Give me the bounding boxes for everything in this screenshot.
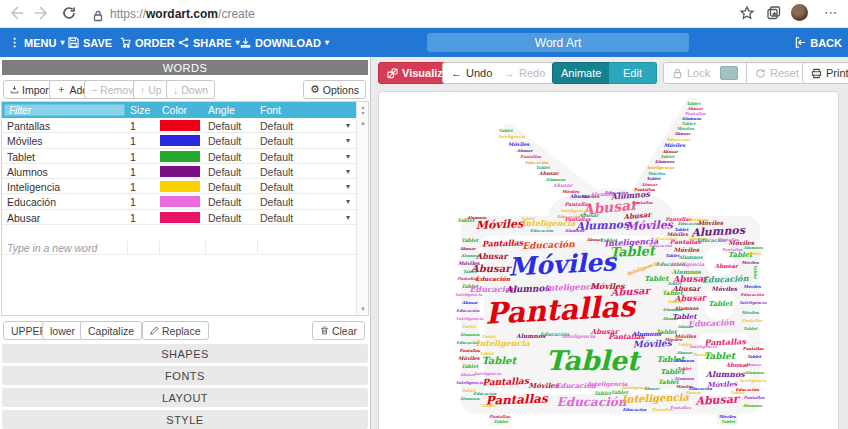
download-button[interactable]: DOWNLOAD▾: [240, 28, 329, 57]
color-swatch[interactable]: [160, 166, 200, 177]
font-dropdown-icon[interactable]: ▾: [346, 167, 350, 176]
redo-button[interactable]: →Redo: [496, 62, 554, 84]
angle-cell[interactable]: Default: [208, 151, 241, 163]
profile-avatar[interactable]: [791, 4, 808, 21]
font-dropdown-icon[interactable]: ▾: [346, 182, 350, 191]
edit-button[interactable]: Edit: [609, 62, 657, 84]
sort-down-icon[interactable]: ▾: [358, 109, 368, 116]
animate-button[interactable]: Animate: [552, 62, 610, 84]
size-cell[interactable]: 1: [130, 135, 136, 147]
font-cell[interactable]: Default: [260, 120, 293, 132]
word-cell[interactable]: Abusar: [7, 212, 40, 224]
size-cell[interactable]: 1: [130, 196, 136, 208]
angle-cell[interactable]: Default: [208, 120, 241, 132]
url-text[interactable]: https://wordart.com/create: [110, 7, 255, 21]
font-dropdown-icon[interactable]: ▾: [346, 152, 350, 161]
font-dropdown-icon[interactable]: ▾: [346, 213, 350, 222]
color-swatch[interactable]: [160, 212, 200, 223]
font-cell[interactable]: Default: [260, 212, 293, 224]
capitalize-button[interactable]: Capitalize: [80, 321, 142, 340]
back-button[interactable]: BACK: [795, 28, 842, 57]
undo-button[interactable]: ←Undo: [442, 62, 501, 84]
font-cell[interactable]: Default: [260, 151, 293, 163]
lock-button[interactable]: Lock: [663, 62, 719, 84]
font-dropdown-icon[interactable]: ▾: [346, 121, 350, 130]
favorite-star-icon[interactable]: [739, 5, 755, 21]
browser-back-icon[interactable]: [8, 5, 24, 21]
cloud-word: Móviles: [508, 247, 619, 282]
print-button[interactable]: Print: [802, 62, 848, 84]
size-cell[interactable]: 1: [130, 181, 136, 193]
options-button[interactable]: ⚙Options: [303, 80, 366, 99]
cloud-word: Inteligencia: [647, 165, 674, 170]
collections-icon[interactable]: [766, 5, 782, 21]
word-cell[interactable]: Educación: [7, 196, 56, 208]
browser-menu-icon[interactable]: ⋯: [824, 5, 840, 21]
color-swatch[interactable]: [160, 120, 200, 131]
angle-cell[interactable]: Default: [208, 135, 241, 147]
lowercase-button[interactable]: lower: [42, 321, 83, 340]
font-cell[interactable]: Default: [260, 135, 293, 147]
move-up-button[interactable]: ↑Up: [133, 80, 169, 99]
plus-icon: ＋: [56, 83, 67, 97]
word-cell[interactable]: Móviles: [7, 135, 43, 147]
word-cell[interactable]: Tablet: [7, 151, 35, 163]
table-row[interactable]: Móviles1DefaultDefault▾: [2, 133, 358, 148]
color-swatch[interactable]: [160, 181, 200, 192]
clear-button[interactable]: Clear: [312, 321, 365, 340]
save-button[interactable]: SAVE: [68, 28, 112, 57]
table-row[interactable]: Alumnos1DefaultDefault▾: [2, 164, 358, 179]
page-title[interactable]: Word Art: [427, 33, 689, 52]
color-preview-swatch: [720, 66, 738, 80]
cloud-word: Tablet: [747, 251, 762, 256]
accordion-layout[interactable]: LAYOUT: [2, 388, 368, 407]
table-row[interactable]: Tablet1DefaultDefault▾: [2, 149, 358, 164]
filter-input[interactable]: [4, 104, 125, 116]
font-dropdown-icon[interactable]: ▾: [346, 197, 350, 206]
new-word-row[interactable]: Type in a new word: [2, 240, 358, 255]
cloud-word: Tablet: [677, 366, 692, 371]
scroll-up-icon[interactable]: ▲: [358, 120, 368, 126]
angle-cell[interactable]: Default: [208, 166, 241, 178]
size-cell[interactable]: 1: [130, 151, 136, 163]
font-cell[interactable]: Default: [260, 181, 293, 193]
font-cell[interactable]: Default: [260, 196, 293, 208]
cloud-word: Pantallas: [744, 395, 765, 400]
angle-cell[interactable]: Default: [208, 181, 241, 193]
menu-button[interactable]: ⋮ MENU▾: [9, 28, 64, 57]
angle-cell[interactable]: Default: [208, 196, 241, 208]
color-swatch[interactable]: [160, 151, 200, 162]
size-cell[interactable]: 1: [130, 120, 136, 132]
chevron-down-icon: ▾: [236, 39, 240, 47]
word-color-button[interactable]: [712, 62, 747, 84]
word-cell[interactable]: Alumnos: [7, 166, 48, 178]
angle-cell[interactable]: Default: [208, 212, 241, 224]
font-cell[interactable]: Default: [260, 166, 293, 178]
table-row[interactable]: Abusar1DefaultDefault▾: [2, 210, 358, 225]
table-row[interactable]: Pantallas1DefaultDefault▾: [2, 118, 358, 133]
color-swatch[interactable]: [160, 196, 200, 207]
replace-button[interactable]: Replace: [142, 321, 209, 340]
size-cell[interactable]: 1: [130, 212, 136, 224]
table-row[interactable]: Inteligencia1DefaultDefault▾: [2, 179, 358, 194]
accordion-shapes[interactable]: SHAPES: [2, 344, 368, 363]
word-cell[interactable]: Inteligencia: [7, 181, 60, 193]
order-button[interactable]: ORDER: [120, 28, 175, 57]
size-cell[interactable]: 1: [130, 166, 136, 178]
browser-chrome: https://wordart.com/create ⋯: [0, 0, 848, 28]
browser-forward-icon[interactable]: [34, 5, 50, 21]
share-button[interactable]: SHARE▾: [178, 28, 240, 57]
reset-button[interactable]: Reset: [747, 62, 808, 84]
browser-refresh-icon[interactable]: [61, 5, 77, 21]
font-dropdown-icon[interactable]: ▾: [346, 136, 350, 145]
ssl-lock-icon[interactable]: [92, 8, 104, 20]
word-cell[interactable]: Pantallas: [7, 120, 50, 132]
accordion-fonts[interactable]: FONTS: [2, 366, 368, 385]
cloud-word: Inteligencia: [561, 208, 588, 213]
table-row[interactable]: Educación1DefaultDefault▾: [2, 194, 358, 209]
accordion-style[interactable]: STYLE: [2, 410, 368, 429]
table-scrollbar[interactable]: ▴ ▾ ▲ ▼: [356, 102, 368, 315]
move-down-button[interactable]: ↓Down: [166, 80, 215, 99]
scroll-down-icon[interactable]: ▼: [358, 306, 368, 312]
color-swatch[interactable]: [160, 135, 200, 146]
